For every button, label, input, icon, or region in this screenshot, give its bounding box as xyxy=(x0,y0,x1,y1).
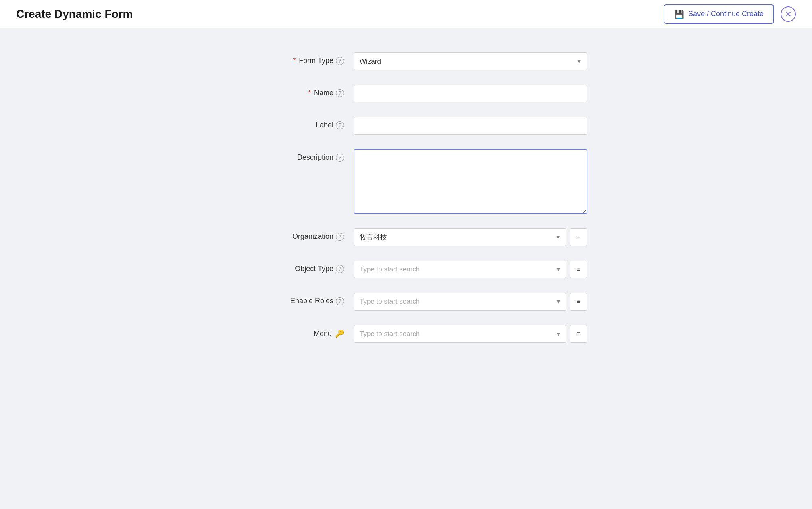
organization-menu-icon: ≡ xyxy=(577,234,580,241)
description-label: Description xyxy=(297,153,333,162)
enable-roles-label: Enable Roles xyxy=(290,297,333,305)
menu-control: ▼ ≡ xyxy=(354,325,587,343)
menu-dropdown-button[interactable]: ▼ xyxy=(550,325,566,343)
menu-label: Menu xyxy=(314,330,332,338)
menu-search-input[interactable] xyxy=(354,325,566,343)
close-button[interactable]: ✕ xyxy=(781,6,796,22)
label-control xyxy=(354,117,587,135)
enable-roles-menu-button[interactable]: ≡ xyxy=(570,293,587,311)
description-label-col: Description ? xyxy=(225,149,354,162)
menu-menu-button[interactable]: ≡ xyxy=(570,325,587,343)
organization-menu-button[interactable]: ≡ xyxy=(570,228,587,246)
enable-roles-control: ▼ ≡ xyxy=(354,293,587,311)
label-label: Label xyxy=(316,121,333,129)
object-type-label: Object Type xyxy=(295,265,333,273)
menu-row: Menu 🔑 ▼ ≡ xyxy=(225,325,587,343)
menu-search-wrapper: ▼ xyxy=(354,325,566,343)
page-title: Create Dynamic Form xyxy=(16,8,133,21)
page-header: Create Dynamic Form 💾 Save / Continue Cr… xyxy=(0,0,812,28)
menu-menu-icon: ≡ xyxy=(577,330,580,338)
enable-roles-chevron-icon: ▼ xyxy=(556,298,561,305)
organization-label: Organization xyxy=(292,232,333,241)
enable-roles-search-wrapper: ▼ xyxy=(354,293,566,311)
object-type-dropdown-button[interactable]: ▼ xyxy=(550,261,566,278)
organization-label-col: Organization ? xyxy=(225,228,354,241)
description-textarea[interactable] xyxy=(354,149,587,214)
name-help-icon[interactable]: ? xyxy=(336,89,344,97)
organization-select-wrapper: 牧言科技 ▼ xyxy=(354,228,566,246)
form-type-control: Wizard Standard Dialog ▼ xyxy=(354,52,587,70)
enable-roles-label-col: Enable Roles ? xyxy=(225,293,354,305)
object-type-help-icon[interactable]: ? xyxy=(336,265,344,273)
description-row: Description ? xyxy=(225,149,587,214)
menu-chevron-icon: ▼ xyxy=(556,331,561,337)
form-content: * Form Type ? Wizard Standard Dialog ▼ xyxy=(0,28,812,509)
object-type-search-input[interactable] xyxy=(354,261,566,278)
form-type-select[interactable]: Wizard Standard Dialog xyxy=(354,52,587,70)
name-input[interactable] xyxy=(354,85,587,102)
organization-help-icon[interactable]: ? xyxy=(336,233,344,241)
label-help-icon[interactable]: ? xyxy=(336,121,344,129)
save-button-label: Save / Continue Create xyxy=(688,10,764,18)
organization-select[interactable]: 牧言科技 xyxy=(354,228,566,246)
label-label-col: Label ? xyxy=(225,117,354,129)
form-type-label: Form Type xyxy=(299,56,333,65)
enable-roles-menu-icon: ≡ xyxy=(577,298,580,305)
object-type-control: ▼ ≡ xyxy=(354,261,587,278)
description-control xyxy=(354,149,587,214)
name-row: * Name ? xyxy=(225,85,587,102)
organization-row: Organization ? 牧言科技 ▼ ≡ xyxy=(225,228,587,246)
menu-key-icon: 🔑 xyxy=(335,329,344,338)
header-actions: 💾 Save / Continue Create ✕ xyxy=(664,4,796,24)
enable-roles-row: Enable Roles ? ▼ ≡ xyxy=(225,293,587,311)
object-type-chevron-icon: ▼ xyxy=(556,266,561,273)
save-continue-button[interactable]: 💾 Save / Continue Create xyxy=(664,4,774,24)
menu-label-col: Menu 🔑 xyxy=(225,325,354,338)
name-label-col: * Name ? xyxy=(225,85,354,97)
label-input[interactable] xyxy=(354,117,587,135)
object-type-menu-icon: ≡ xyxy=(577,266,580,273)
form-type-label-col: * Form Type ? xyxy=(225,52,354,65)
enable-roles-search-input[interactable] xyxy=(354,293,566,311)
name-control xyxy=(354,85,587,102)
label-row: Label ? xyxy=(225,117,587,135)
form-type-select-wrapper: Wizard Standard Dialog ▼ xyxy=(354,52,587,70)
name-label: Name xyxy=(314,89,333,97)
organization-control: 牧言科技 ▼ ≡ xyxy=(354,228,587,246)
save-icon: 💾 xyxy=(674,9,684,19)
enable-roles-help-icon[interactable]: ? xyxy=(336,297,344,305)
form-type-help-icon[interactable]: ? xyxy=(336,57,344,65)
form-type-required: * xyxy=(293,56,296,65)
object-type-menu-button[interactable]: ≡ xyxy=(570,261,587,278)
object-type-row: Object Type ? ▼ ≡ xyxy=(225,261,587,278)
name-required: * xyxy=(308,89,311,97)
object-type-search-wrapper: ▼ xyxy=(354,261,566,278)
form-inner: * Form Type ? Wizard Standard Dialog ▼ xyxy=(225,52,587,357)
form-type-row: * Form Type ? Wizard Standard Dialog ▼ xyxy=(225,52,587,70)
object-type-label-col: Object Type ? xyxy=(225,261,354,273)
enable-roles-dropdown-button[interactable]: ▼ xyxy=(550,293,566,311)
description-help-icon[interactable]: ? xyxy=(336,154,344,162)
close-icon: ✕ xyxy=(785,9,792,19)
